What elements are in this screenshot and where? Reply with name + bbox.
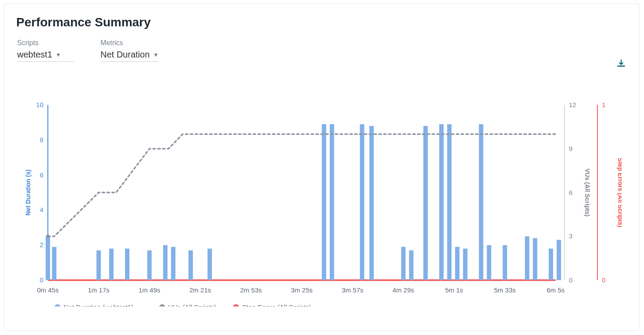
chart-area: 0246810036912010m 45s1m 17s1m 49s2m 21s2…: [24, 92, 622, 306]
scripts-value: webtest1: [17, 50, 52, 60]
controls-row: Scripts webtest1 ▼ Metrics Net Duration …: [17, 39, 629, 62]
svg-text:3m 25s: 3m 25s: [291, 286, 312, 294]
svg-text:6: 6: [569, 189, 572, 196]
svg-rect-46: [455, 247, 459, 280]
svg-rect-48: [479, 124, 483, 280]
svg-text:Step Errors (All Scripts): Step Errors (All Scripts): [617, 158, 622, 227]
svg-rect-35: [189, 250, 193, 280]
svg-rect-36: [208, 249, 212, 280]
svg-text:0m 45s: 0m 45s: [37, 286, 58, 294]
chevron-down-icon: ▼: [153, 52, 158, 58]
svg-rect-47: [463, 249, 467, 280]
svg-rect-30: [109, 249, 114, 280]
svg-text:VUs (All Scripts): VUs (All Scripts): [168, 303, 216, 306]
svg-rect-42: [409, 250, 413, 280]
svg-text:VUs (All Scripts): VUs (All Scripts): [584, 169, 591, 216]
svg-text:Net Duration (webtest1): Net Duration (webtest1): [64, 303, 133, 306]
svg-text:6m 5s: 6m 5s: [547, 286, 565, 294]
svg-point-63: [233, 304, 239, 306]
svg-text:2m 21s: 2m 21s: [190, 286, 211, 294]
svg-text:Net Duration (s): Net Duration (s): [25, 169, 32, 216]
svg-text:2m 53s: 2m 53s: [240, 286, 261, 294]
metrics-label: Metrics: [100, 39, 158, 47]
download-icon[interactable]: [616, 59, 626, 68]
svg-rect-52: [533, 238, 537, 280]
svg-rect-40: [369, 126, 374, 280]
metrics-value: Net Duration: [100, 50, 150, 60]
svg-text:6: 6: [40, 171, 43, 179]
svg-text:10: 10: [36, 101, 43, 108]
svg-rect-31: [125, 249, 129, 280]
svg-text:Step Errors (All Scripts): Step Errors (All Scripts): [242, 303, 311, 306]
svg-rect-41: [401, 247, 405, 280]
scripts-label: Scripts: [17, 39, 74, 47]
svg-rect-38: [330, 124, 334, 280]
svg-rect-28: [52, 247, 57, 280]
page-title: Performance Summary: [16, 15, 629, 29]
svg-rect-43: [423, 126, 428, 280]
metrics-dropdown[interactable]: Metrics Net Duration ▼: [100, 39, 158, 62]
svg-text:8: 8: [40, 136, 43, 144]
svg-point-61: [159, 304, 165, 306]
svg-rect-29: [97, 250, 101, 280]
svg-text:1m 49s: 1m 49s: [139, 286, 160, 294]
svg-text:4m 29s: 4m 29s: [393, 286, 414, 294]
svg-rect-50: [503, 245, 507, 280]
svg-text:3: 3: [569, 232, 572, 240]
scripts-dropdown[interactable]: Scripts webtest1 ▼: [17, 39, 74, 62]
svg-text:0: 0: [569, 276, 572, 284]
svg-rect-49: [487, 245, 491, 280]
svg-rect-27: [46, 236, 50, 280]
svg-rect-53: [549, 249, 553, 280]
svg-rect-39: [360, 124, 364, 280]
svg-text:5m 1s: 5m 1s: [445, 286, 463, 294]
svg-rect-44: [439, 124, 444, 280]
svg-rect-51: [525, 236, 530, 280]
svg-text:1: 1: [602, 101, 605, 108]
svg-rect-54: [557, 240, 561, 280]
svg-text:4: 4: [40, 206, 43, 213]
chevron-down-icon: ▼: [56, 52, 61, 58]
svg-text:0: 0: [40, 276, 43, 284]
svg-rect-33: [163, 245, 168, 280]
svg-rect-37: [322, 124, 326, 280]
svg-rect-34: [171, 247, 175, 280]
svg-point-59: [54, 304, 61, 306]
svg-text:9: 9: [569, 145, 572, 152]
svg-rect-45: [447, 124, 451, 280]
svg-rect-32: [147, 250, 152, 280]
svg-point-55: [46, 234, 50, 238]
svg-text:2: 2: [40, 241, 43, 249]
svg-text:12: 12: [569, 101, 576, 108]
svg-text:5m 33s: 5m 33s: [494, 286, 515, 294]
performance-summary-panel: Performance Summary Scripts webtest1 ▼ M…: [4, 4, 640, 331]
svg-text:1m 17s: 1m 17s: [88, 286, 109, 294]
svg-text:0: 0: [602, 276, 605, 284]
svg-text:3m 57s: 3m 57s: [342, 286, 363, 294]
